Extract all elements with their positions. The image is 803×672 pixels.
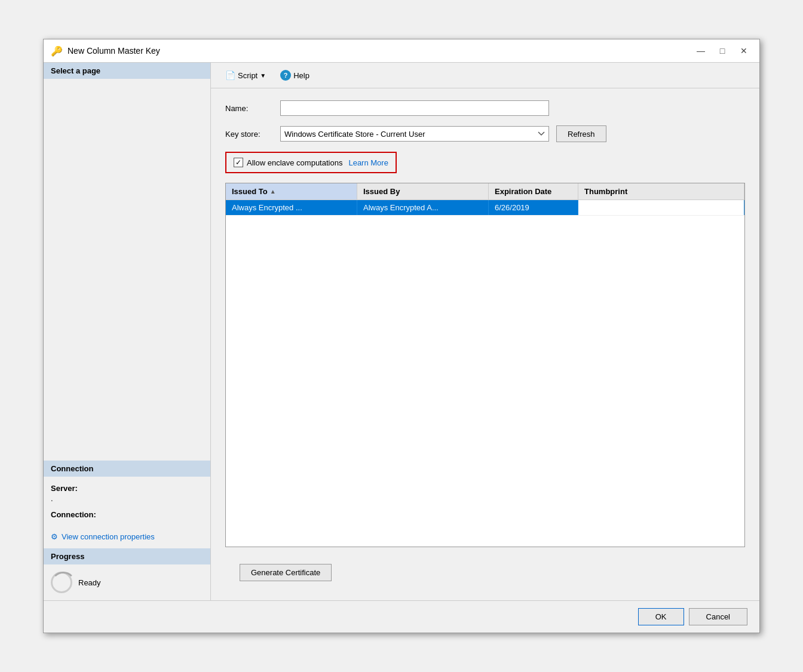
title-bar: 🔑 New Column Master Key — □ ✕ (44, 39, 759, 63)
bottom-actions: Generate Certificate (225, 557, 745, 588)
cert-cell-issued-by-0: Always Encrypted A... (357, 200, 489, 215)
cert-cell-issued-to-0: Always Encrypted ... (226, 200, 357, 215)
view-connection-properties-link[interactable]: ⚙ View connection properties (51, 532, 203, 541)
maximize-button[interactable]: □ (714, 44, 731, 57)
refresh-button[interactable]: Refresh (556, 125, 606, 142)
window-title: New Column Master Key (68, 46, 160, 56)
help-button[interactable]: ? Help (275, 67, 314, 83)
sort-arrow-icon: ▲ (270, 188, 276, 195)
main-panel: 📄 Script ▼ ? Help Name: Key store (211, 63, 759, 600)
server-value: . (51, 494, 203, 503)
col-header-issued-by[interactable]: Issued By (357, 183, 489, 200)
script-label: Script (238, 71, 258, 80)
minimize-button[interactable]: — (692, 44, 709, 57)
name-row: Name: (225, 100, 745, 116)
connection-header: Connection (44, 461, 210, 477)
cert-table-header: Issued To ▲ Issued By Expiration Date Th… (226, 183, 744, 200)
generate-certificate-button[interactable]: Generate Certificate (240, 564, 332, 581)
name-label: Name: (225, 104, 273, 113)
connection-label: Connection: (51, 510, 203, 519)
title-bar-left: 🔑 New Column Master Key (51, 45, 160, 57)
close-button[interactable]: ✕ (735, 44, 752, 57)
cert-cell-thumbprint-0 (578, 200, 744, 215)
toolbar: 📄 Script ▼ ? Help (211, 63, 759, 88)
allow-enclave-label: Allow enclave computations (247, 158, 342, 167)
progress-spinner (51, 572, 72, 593)
key-store-row: Key store: Windows Certificate Store - C… (225, 125, 745, 142)
footer: OK Cancel (44, 600, 759, 633)
col-issued-by-label: Issued By (363, 187, 400, 196)
certificate-table: Issued To ▲ Issued By Expiration Date Th… (225, 183, 745, 547)
col-header-expiration[interactable]: Expiration Date (489, 183, 578, 200)
progress-header: Progress (44, 548, 210, 564)
window-controls: — □ ✕ (692, 44, 752, 57)
main-window: 🔑 New Column Master Key — □ ✕ Select a p… (43, 39, 760, 633)
ready-label: Ready (78, 578, 101, 587)
col-expiration-label: Expiration Date (495, 187, 551, 196)
enclave-section: Allow enclave computations Learn More (225, 152, 397, 173)
learn-more-link[interactable]: Learn More (348, 158, 388, 167)
progress-section: Ready (44, 564, 210, 600)
cert-table-body: Always Encrypted ... Always Encrypted A.… (226, 200, 744, 547)
cert-cell-expiration-0: 6/26/2019 (489, 200, 578, 215)
name-input[interactable] (280, 100, 549, 116)
script-dropdown-icon: ▼ (260, 72, 266, 79)
key-store-select-wrapper: Windows Certificate Store - Current User… (280, 126, 549, 142)
enclave-checkbox-wrapper: Allow enclave computations (234, 158, 342, 167)
select-page-header: Select a page (44, 63, 210, 79)
col-issued-to-label: Issued To (232, 187, 268, 196)
script-button[interactable]: 📄 Script ▼ (220, 68, 271, 82)
cancel-button[interactable]: Cancel (689, 608, 747, 625)
sidebar-pages-content (44, 79, 210, 461)
connection-icon: ⚙ (51, 532, 58, 541)
sidebar: Select a page Connection Server: . Conne… (44, 63, 211, 600)
ok-button[interactable]: OK (638, 608, 684, 625)
key-store-select[interactable]: Windows Certificate Store - Current User… (280, 126, 549, 142)
server-label: Server: (51, 484, 203, 493)
connection-section: Server: . Connection: ⚙ View connection … (44, 477, 210, 548)
help-label: Help (293, 71, 309, 80)
allow-enclave-checkbox[interactable] (234, 158, 243, 167)
content-area: Select a page Connection Server: . Conne… (44, 63, 759, 600)
col-header-thumbprint[interactable]: Thumbprint (578, 183, 744, 200)
progress-ready: Ready (51, 572, 203, 593)
help-icon: ? (280, 70, 291, 81)
script-icon: 📄 (225, 70, 235, 80)
col-header-issued-to[interactable]: Issued To ▲ (226, 183, 357, 200)
cert-row-0[interactable]: Always Encrypted ... Always Encrypted A.… (226, 200, 744, 216)
view-connection-label: View connection properties (62, 532, 155, 541)
form-area: Name: Key store: Windows Certificate Sto… (211, 88, 759, 600)
window-icon: 🔑 (51, 45, 63, 57)
col-thumbprint-label: Thumbprint (584, 187, 627, 196)
key-store-label: Key store: (225, 130, 273, 139)
